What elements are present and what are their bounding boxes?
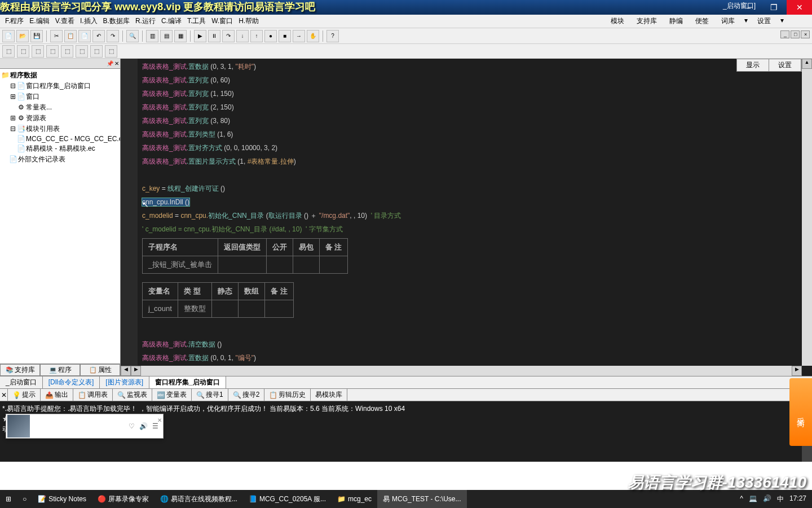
tray-up-icon[interactable]: ^ [740, 494, 743, 504]
sidetab-program[interactable]: 💻程序 [40, 364, 80, 376]
tree-item[interactable]: 资源表 [25, 114, 47, 122]
rmenu-static[interactable]: 静编 [667, 16, 686, 26]
sidebar-pin-icon[interactable]: 📌 [107, 60, 113, 67]
rmenu-module[interactable]: 模块 [608, 16, 627, 26]
tab-dll[interactable]: [Dll命令定义表] [43, 376, 100, 388]
start-button[interactable]: ⊞ [0, 490, 17, 508]
stepinto-icon[interactable]: ↓ [236, 30, 249, 42]
tray-net-icon[interactable]: 💻 [749, 494, 757, 504]
menu-edit[interactable]: E.编辑 [27, 16, 52, 26]
tab-image[interactable]: [图片资源表] [100, 376, 149, 388]
sidebar-close-icon[interactable]: ✕ [114, 60, 119, 67]
undo-icon[interactable]: ↶ [92, 30, 105, 42]
align7-icon[interactable]: ⬚ [90, 45, 103, 58]
tree-item[interactable]: 常量表... [25, 103, 53, 111]
align4-icon[interactable]: ⬚ [46, 45, 59, 58]
sidetab-lib[interactable]: 📚支持库 [0, 364, 40, 376]
tab-winset[interactable]: 窗口程序集_启动窗口 [149, 376, 226, 388]
show-button[interactable]: 显示 [737, 59, 769, 71]
tray-vol-icon[interactable]: 🔊 [763, 494, 771, 504]
goto-icon[interactable]: → [293, 30, 305, 42]
project-tree[interactable]: 📁程序数据 ⊟📄窗口程序集_启动窗口 ⊞📄窗口 ⚙常量表... ⊞⚙资源表 ⊟📑… [0, 69, 120, 364]
align2-icon[interactable]: ⬚ [17, 45, 29, 58]
bptab-var[interactable]: 🔤变量表 [152, 389, 192, 401]
redo-icon[interactable]: ↷ [107, 30, 119, 42]
rmenu-settings[interactable]: 设置 [754, 16, 774, 26]
rmenu-dict[interactable]: 词库 [718, 16, 738, 26]
open-icon[interactable]: 📂 [16, 30, 29, 42]
tree-root[interactable]: 程序数据 [9, 71, 38, 79]
menu-run[interactable]: R.运行 [133, 16, 158, 26]
minimize-button[interactable]: – [736, 0, 761, 15]
layout3-icon[interactable]: ▦ [174, 30, 187, 42]
menu-compile[interactable]: C.编译 [158, 16, 184, 26]
code-editor[interactable]: 显示 设置 高级表格_测试.置数据 (0, 3, 1, "耗时") 高级表格_测… [121, 59, 812, 376]
bptab-search1[interactable]: 🔍搜寻1 [192, 389, 228, 401]
music-player[interactable]: GraceJannik ♡ 🔊 ☰ ✕ [6, 414, 164, 439]
rmenu-note[interactable]: 便签 [692, 16, 712, 26]
layout2-icon[interactable]: ▤ [160, 30, 173, 42]
hscrollbar[interactable]: ◀▶▶ [121, 366, 802, 376]
align3-icon[interactable]: ⬚ [32, 45, 44, 58]
tree-item[interactable]: 精易模块 - 精易模块.ec [25, 144, 96, 152]
volume-icon[interactable]: 🔊 [139, 421, 148, 431]
bp-close-icon[interactable]: ✕ [0, 389, 8, 401]
stepover-icon[interactable]: ↷ [222, 30, 235, 42]
bptab-search2[interactable]: 🔍搜寻2 [228, 389, 265, 401]
bptab-modlib[interactable]: 易模块库 [311, 389, 347, 401]
bptab-clip[interactable]: 📋剪辑历史 [264, 389, 311, 401]
cortana-icon[interactable]: ○ [17, 490, 32, 508]
run-icon[interactable]: ▶ [194, 30, 206, 42]
menu-insert[interactable]: I.插入 [77, 16, 100, 26]
right-side-tab[interactable]: 采 简 [789, 378, 812, 446]
bptab-call[interactable]: 📋调用表 [73, 389, 113, 401]
pause-icon[interactable]: ⏸ [208, 30, 220, 42]
save-icon[interactable]: 💾 [30, 30, 43, 42]
settings-button[interactable]: 设置 [769, 59, 801, 71]
stop-icon[interactable]: ■ [279, 30, 291, 42]
menu-tools[interactable]: T.工具 [184, 16, 209, 26]
align5-icon[interactable]: ⬚ [61, 45, 73, 58]
player-close-icon[interactable]: ✕ [157, 415, 162, 426]
mdi-close[interactable]: × [801, 30, 810, 38]
menu-help[interactable]: H.帮助 [236, 16, 262, 26]
close-button[interactable]: ✕ [787, 0, 812, 15]
find-icon[interactable]: 🔍 [126, 30, 139, 42]
mdi-max[interactable]: □ [791, 30, 800, 38]
mdi-min[interactable]: _ [780, 30, 789, 38]
task-browser[interactable]: 🌐易语言在线视频教程... [155, 490, 243, 508]
console-output[interactable]: *.易语言助手提醒您：.易语言助手加载完毕！ ，智能编译开启成功，优化程序开启成… [0, 401, 812, 462]
menu-file[interactable]: F.程序 [2, 16, 27, 26]
copy-icon[interactable]: 📋 [64, 30, 77, 42]
layout1-icon[interactable]: ▥ [146, 30, 158, 42]
new-icon[interactable]: 📄 [2, 30, 15, 42]
hand-icon[interactable]: ✋ [307, 30, 319, 42]
task-ide[interactable]: 易MCG_TEST - C:\Use... [377, 490, 466, 508]
task-folder[interactable]: 📁mcg_ec [332, 490, 377, 508]
rmenu-lib[interactable]: 支持库 [634, 16, 660, 26]
task-recorder[interactable]: 🔴屏幕录像专家 [92, 490, 155, 508]
tree-item[interactable]: 模块引用表 [25, 125, 61, 133]
help-icon[interactable]: ? [326, 30, 339, 42]
subroutine-table[interactable]: 子程序名返回值类型公开易包备 注 _按钮_测试_被单击 [142, 238, 348, 274]
maximize-button[interactable]: ❐ [761, 0, 787, 15]
variable-table[interactable]: 变量名类 型静态数组备 注 j_count整数型 [142, 282, 294, 318]
paste-icon[interactable]: 📄 [78, 30, 91, 42]
breakpoint-icon[interactable]: ● [264, 30, 277, 42]
cut-icon[interactable]: ✂ [50, 30, 63, 42]
tree-item[interactable]: 窗口 [25, 93, 41, 100]
menu-window[interactable]: W.窗口 [209, 16, 236, 26]
tree-item[interactable]: 外部文件记录表 [17, 155, 67, 163]
task-sticky[interactable]: 📝Sticky Notes [32, 490, 92, 508]
tree-item[interactable]: MCG_CC_EC - MCG_CC_EC.ec [25, 135, 120, 143]
menu-view[interactable]: V.查看 [52, 16, 77, 26]
bptab-tip[interactable]: 💡提示 [8, 389, 41, 401]
vscrollbar[interactable]: ▲ [802, 59, 812, 366]
bptab-watch[interactable]: 🔍监视表 [113, 389, 152, 401]
align1-icon[interactable]: ⬚ [2, 45, 15, 58]
stepout-icon[interactable]: ↑ [250, 30, 263, 42]
heart-icon[interactable]: ♡ [129, 421, 135, 431]
tray-ime[interactable]: 中 [777, 494, 784, 504]
tree-item[interactable]: 窗口程序集_启动窗口 [25, 82, 92, 90]
bptab-output[interactable]: 📤输出 [41, 389, 73, 401]
